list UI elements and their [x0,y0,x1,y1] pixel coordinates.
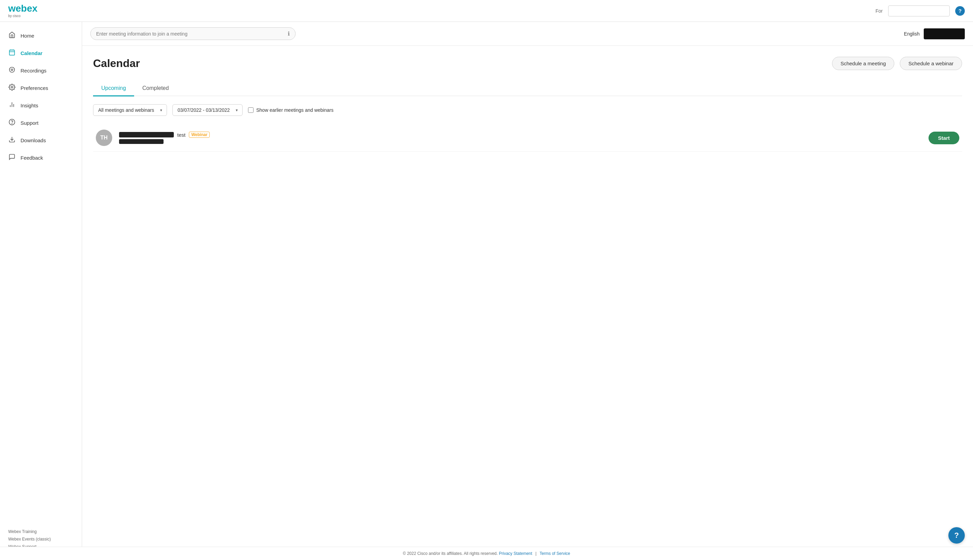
show-earlier-label: Show earlier meetings and webinars [256,107,334,113]
sidebar-label-feedback: Feedback [20,155,43,161]
show-earlier-checkbox[interactable] [248,107,254,113]
search-bar-container: ℹ English [82,22,973,46]
webex-training-link[interactable]: Webex Training [8,529,74,534]
copyright-text: © 2022 Cisco and/or its affiliates. All … [403,551,497,556]
for-input[interactable] [888,5,950,17]
search-bar: ℹ [90,27,296,40]
meeting-type-filter-wrapper: All meetings and webinars Meetings only … [93,104,167,116]
webex-events-link[interactable]: Webex Events (classic) [8,537,74,542]
page-footer: © 2022 Cisco and/or its affiliates. All … [0,547,973,560]
calendar-header: Calendar Schedule a meeting Schedule a w… [93,57,962,70]
sidebar-label-preferences: Preferences [20,85,48,91]
sidebar-label-downloads: Downloads [20,137,46,143]
meeting-name-redacted [119,132,174,137]
sidebar-label-recordings: Recordings [20,68,47,73]
meeting-list: TH test Webinar Start [93,124,962,152]
filters-row: All meetings and webinars Meetings only … [93,104,962,116]
downloads-icon [8,136,16,145]
language-label: English [904,31,920,37]
for-label: For [876,8,883,14]
calendar-actions: Schedule a meeting Schedule a webinar [832,57,962,70]
sidebar-item-recordings[interactable]: Recordings [0,62,82,79]
meeting-type-filter[interactable]: All meetings and webinars Meetings only … [93,104,167,116]
logo: webex by cisco [8,4,38,18]
topbar-right: For ? [876,5,965,17]
calendar-tabs: Upcoming Completed [93,81,962,96]
preferences-icon [8,84,16,92]
sidebar-label-calendar: Calendar [20,50,42,56]
calendar-icon [8,49,16,57]
topbar: webex by cisco For ? [0,0,973,22]
page-title: Calendar [93,57,140,70]
sidebar-item-feedback[interactable]: Feedback [0,149,82,166]
sidebar: Home Calendar Recordings P [0,22,82,560]
schedule-meeting-button[interactable]: Schedule a meeting [832,57,894,70]
svg-point-6 [11,87,13,88]
meeting-time-redacted [119,139,164,144]
sidebar-item-downloads[interactable]: Downloads [0,132,82,149]
sidebar-label-support: Support [20,120,38,126]
sidebar-label-home: Home [20,33,34,38]
svg-point-5 [11,69,13,71]
layout: Home Calendar Recordings P [0,22,973,560]
svg-rect-0 [10,50,15,55]
sidebar-item-home[interactable]: Home [0,27,82,44]
tab-completed[interactable]: Completed [134,81,177,97]
home-icon [8,32,16,40]
terms-link[interactable]: Terms of Service [540,551,570,556]
table-row: TH test Webinar Start [93,124,962,152]
language-selector: English [904,28,965,39]
date-range-filter[interactable]: 03/07/2022 - 03/13/2022 [172,104,242,116]
sidebar-label-insights: Insights [20,103,38,108]
recordings-icon [8,66,16,75]
meeting-title: test [177,132,186,138]
search-input[interactable] [96,31,288,37]
feedback-icon [8,153,16,162]
sidebar-item-preferences[interactable]: Preferences [0,80,82,97]
start-meeting-button[interactable]: Start [928,132,959,144]
footer-separator: | [535,551,537,556]
logo-text: webex [8,4,38,13]
privacy-link[interactable]: Privacy Statement [499,551,532,556]
meeting-info: test Webinar [119,132,922,144]
meeting-name-row: test Webinar [119,132,922,138]
insights-icon [8,101,16,110]
schedule-webinar-button[interactable]: Schedule a webinar [900,57,962,70]
webinar-badge: Webinar [189,132,210,138]
calendar-content: Calendar Schedule a meeting Schedule a w… [82,46,973,163]
main-content: ℹ English Calendar Schedule a meeting Sc… [82,22,973,560]
sidebar-item-insights[interactable]: Insights [0,97,82,114]
svg-point-4 [10,67,15,72]
sidebar-nav: Home Calendar Recordings P [0,27,82,166]
language-box [924,28,965,39]
sidebar-item-calendar[interactable]: Calendar [0,45,82,62]
topbar-help-button[interactable]: ? [955,6,965,16]
sidebar-item-support[interactable]: Support [0,115,82,131]
support-icon [8,118,16,127]
avatar: TH [96,130,112,146]
date-range-filter-wrapper: 03/07/2022 - 03/13/2022 [172,104,242,116]
show-earlier-checkbox-label[interactable]: Show earlier meetings and webinars [248,107,334,113]
info-icon[interactable]: ℹ [288,30,290,37]
tab-upcoming[interactable]: Upcoming [93,81,134,97]
logo-sub: by cisco [8,14,38,18]
help-fab-button[interactable]: ? [948,527,965,543]
